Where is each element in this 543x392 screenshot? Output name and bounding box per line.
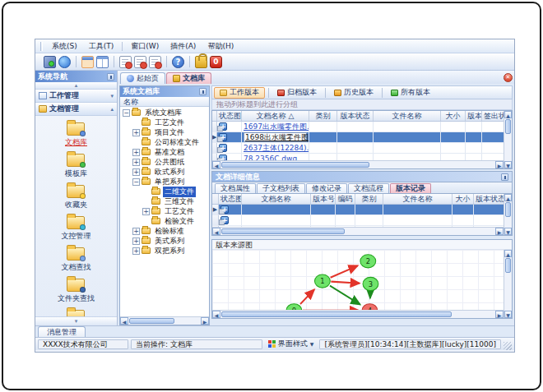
expand-icon[interactable]: + (142, 208, 150, 215)
scroll-thumb[interactable] (505, 202, 511, 217)
table-row[interactable]: ▶1698出水嘴零件图.dwg (212, 132, 512, 143)
doc-export-icon[interactable] (134, 56, 146, 68)
tree-node-欧式系列[interactable]: +欧式系列 (120, 167, 209, 177)
column-header-版本状态[interactable]: 版本状态 (337, 111, 374, 121)
message-manager-tab[interactable]: 消息管理 (38, 326, 86, 337)
scroll-down-icon[interactable]: ▼ (504, 311, 512, 318)
menu-item[interactable]: 系统(S) (47, 40, 82, 53)
button-工作版本[interactable]: 工作版本 (214, 87, 265, 99)
layout-icon[interactable] (96, 56, 109, 68)
scroll-thumb[interactable] (129, 318, 174, 324)
column-header-大小[interactable]: 大小 (441, 111, 466, 121)
expand-icon[interactable]: + (132, 159, 140, 166)
sidebar-item-文控管理[interactable]: 文控管理 (39, 214, 114, 244)
help-icon[interactable]: ? (172, 56, 184, 68)
sidebar-collapse-button[interactable]: ▴ (35, 82, 117, 90)
menu-item[interactable]: 插件(A) (165, 40, 201, 53)
expand-icon[interactable]: + (132, 228, 140, 235)
column-header-版本号[interactable]: 版本号 (466, 111, 482, 121)
scroll-right-icon[interactable]: ▶ (495, 311, 504, 318)
tree-node-工艺文件[interactable]: +工艺文件 (120, 206, 209, 216)
sidebar-item-文件夹查找[interactable]: 文件夹查找 (39, 277, 114, 307)
scroll-left-icon[interactable]: ◀ (120, 317, 128, 325)
version-node-3[interactable]: 3 (363, 277, 378, 290)
lock-icon[interactable] (195, 56, 207, 68)
table-row[interactable]: 2637主体(12284).dwg (212, 143, 512, 154)
pin-icon[interactable] (107, 73, 114, 81)
menu-item[interactable]: 帮助(H) (202, 40, 239, 53)
collapse-icon[interactable]: − (132, 178, 140, 186)
scroll-thumb[interactable] (221, 228, 345, 234)
table-hscrollbar[interactable]: ◀ ▶ (212, 160, 504, 168)
scroll-thumb[interactable] (221, 311, 452, 317)
menu-item[interactable]: 窗口(W) (126, 40, 164, 53)
table-vscrollbar[interactable]: ▲ ▼ (504, 111, 512, 168)
expand-icon[interactable]: + (132, 149, 140, 156)
menu-item[interactable]: 工具(T) (84, 40, 119, 53)
tree-node-基准文档[interactable]: +基准文档 (120, 147, 209, 157)
tree-node-检验文件[interactable]: 检验文件 (120, 216, 209, 226)
tree-node-项目文件[interactable]: +项目文件 (120, 127, 209, 137)
tab-起始页[interactable]: 起始页 (120, 72, 165, 84)
button-所有版本[interactable]: 所有版本 (386, 87, 435, 99)
column-header-文档名称[interactable]: 文档名称 (242, 194, 311, 204)
scroll-down-icon[interactable]: ▼ (504, 161, 512, 168)
sidebar-item-收藏夹[interactable]: 收藏夹 (39, 183, 114, 213)
tab-子文档列表[interactable]: 子文档列表 (257, 183, 305, 193)
globe-icon[interactable] (58, 56, 71, 68)
table-row[interactable]: 1697出水嘴零件图.dwg (212, 122, 512, 132)
tree-node-工艺文件[interactable]: 工艺文件 (120, 118, 209, 127)
column-header-类别[interactable]: 类别 (309, 111, 337, 121)
document-link[interactable]: 2637主体(12284).dwg (244, 144, 309, 152)
tree-node-公司标准文件[interactable]: 公司标准文件 (120, 137, 209, 147)
column-header-编码[interactable]: 编码 (336, 194, 355, 204)
column-header-文档名称[interactable]: 文档名称 △ (242, 111, 309, 121)
tab-文档库[interactable]: 文档库 (166, 72, 211, 84)
resize-grip[interactable] (504, 342, 512, 350)
table-row[interactable] (212, 215, 512, 226)
tree-node-双把系列[interactable]: +双把系列 (120, 246, 209, 256)
expand-icon[interactable]: + (132, 247, 140, 255)
tree-node-公共图纸[interactable]: +公共图纸 (120, 157, 209, 167)
button-历史版本[interactable]: 历史版本 (329, 87, 378, 99)
scroll-up-icon[interactable]: ▲ (504, 250, 512, 257)
table-hscrollbar[interactable]: ◀ ▶ (212, 227, 504, 235)
column-header-状态图[interactable]: 状态图 (217, 111, 242, 121)
column-header-大小[interactable]: 大小 (452, 194, 474, 204)
scroll-left-icon[interactable]: ◀ (212, 228, 220, 235)
expand-icon[interactable]: + (132, 168, 140, 176)
scroll-down-icon[interactable]: ▼ (504, 228, 512, 235)
pin-icon[interactable] (199, 88, 207, 95)
close-icon[interactable]: ✕ (504, 73, 513, 82)
scroll-thumb[interactable] (221, 162, 369, 168)
tree-column-header[interactable]: 名称 (120, 97, 209, 107)
column-header-版本号[interactable]: 版本号 (311, 194, 336, 204)
column-header-状态图[interactable]: 状态图 (219, 194, 242, 204)
scroll-up-icon[interactable]: ▲ (504, 111, 512, 118)
version-node-1[interactable]: 1 (314, 274, 330, 288)
scroll-left-icon[interactable]: ◀ (212, 311, 220, 318)
tab-修改记录[interactable]: 修改记录 (306, 183, 347, 193)
scroll-right-icon[interactable]: ▶ (201, 317, 209, 325)
version-graph[interactable]: 01234 (212, 250, 512, 318)
scroll-right-icon[interactable]: ▶ (495, 161, 504, 168)
doc-new-icon[interactable] (119, 56, 132, 68)
collapse-icon[interactable]: − (123, 109, 130, 117)
exit-icon[interactable]: 0 (210, 56, 222, 68)
sidebar-group-docs[interactable]: 文档管理 ▴ (35, 103, 117, 116)
doc-delete-icon[interactable] (149, 56, 161, 68)
column-header-版本状态[interactable]: 版本状态 (474, 194, 505, 204)
interface-style-button[interactable]: 界面样式 ▼ (265, 339, 318, 349)
document-link[interactable]: 1697出水嘴零件图.dwg (244, 122, 309, 131)
sidebar-item-签出的文档[interactable]: 签出的文档 (39, 308, 114, 316)
tree-node-系统文档库[interactable]: −系统文档库 (120, 108, 209, 118)
tree-node-美式系列[interactable]: +美式系列 (120, 236, 209, 246)
sidebar-more-button[interactable]: ▾ (35, 316, 117, 325)
sidebar-item-模板库[interactable]: 模板库 (39, 152, 114, 182)
tree-node-三维文件[interactable]: 三维文件 (120, 196, 209, 206)
scroll-left-icon[interactable]: ◀ (212, 161, 220, 168)
scroll-thumb[interactable] (505, 258, 511, 273)
tree-node-单把系列[interactable]: −单把系列 (120, 177, 209, 187)
desktop-icon[interactable] (44, 56, 56, 68)
group-by-bar[interactable]: 拖动列标题到此进行分组 (211, 99, 513, 110)
